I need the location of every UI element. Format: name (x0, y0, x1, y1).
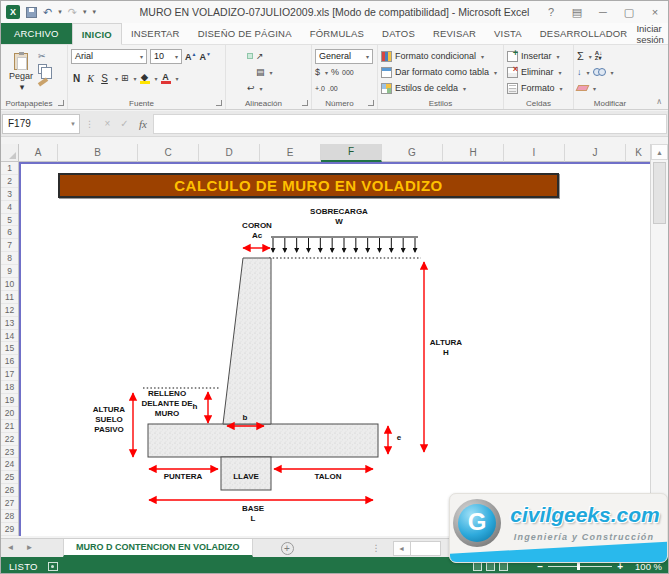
insert-cells-button[interactable]: Insertar▾ (507, 48, 570, 64)
row-header-26[interactable]: 26 (1, 484, 18, 497)
column-header-c[interactable]: C (138, 144, 199, 162)
menu-tab-inicio[interactable]: INICIO (72, 23, 122, 45)
row-header-10[interactable]: 10 (1, 278, 18, 291)
select-all-corner[interactable] (1, 144, 19, 162)
menu-tab-dise-o-de-p-gina[interactable]: DISEÑO DE PÁGINA (189, 23, 301, 44)
vertical-scroll-thumb[interactable] (653, 162, 666, 224)
collapse-ribbon-icon[interactable]: ∧ (656, 97, 662, 106)
row-header-28[interactable]: 28 (1, 510, 18, 523)
row-header-8[interactable]: 8 (1, 252, 18, 265)
row-header-23[interactable]: 23 (1, 446, 18, 459)
comma-style-icon[interactable]: 000 (342, 69, 354, 76)
column-header-d[interactable]: D (199, 144, 260, 162)
row-header-25[interactable]: 25 (1, 471, 18, 484)
minimize-button[interactable]: ─ (590, 1, 616, 23)
cut-icon[interactable]: ✂ (38, 51, 48, 61)
number-format-combo[interactable]: General▾ (315, 49, 373, 64)
menu-tab-datos[interactable]: DATOS (373, 23, 424, 44)
sign-in[interactable]: Iniciar sesión (636, 23, 669, 44)
shrink-font-icon[interactable]: A▼ (199, 51, 210, 62)
row-header-1[interactable]: 1 (1, 162, 18, 175)
format-cells-button[interactable]: Formato▾ (507, 80, 570, 96)
percent-style-icon[interactable]: % (331, 67, 339, 77)
menu-tab-desarrollador[interactable]: DESARROLLADOR (531, 23, 637, 44)
row-header-3[interactable]: 3 (1, 188, 18, 201)
row-header-24[interactable]: 24 (1, 458, 18, 471)
font-size-combo[interactable]: 10▾ (150, 49, 182, 64)
sort-filter-icon[interactable]: A↓Z▾ (595, 51, 602, 61)
sheet-nav-right-icon[interactable]: ► (20, 539, 39, 557)
row-header-22[interactable]: 22 (1, 433, 18, 446)
fill-color-icon[interactable]: ◆ (140, 73, 150, 84)
row-header-20[interactable]: 20 (1, 407, 18, 420)
ribbon-display-options-icon[interactable]: ▤ (564, 1, 590, 23)
align-middle-icon[interactable] (238, 53, 244, 59)
row-header-6[interactable]: 6 (1, 226, 18, 239)
font-color-icon[interactable]: A (161, 73, 171, 84)
insert-function-icon[interactable]: fx (133, 118, 153, 130)
column-header-f[interactable]: F (321, 144, 382, 162)
column-header-j[interactable]: J (565, 144, 626, 162)
column-header-g[interactable]: G (382, 144, 443, 162)
help-button[interactable]: ? (538, 1, 564, 23)
decrease-indent-icon[interactable] (229, 85, 235, 91)
name-box-caret-icon[interactable]: ▼ (70, 121, 76, 127)
paste-button[interactable]: Pegar ▾ (4, 48, 38, 96)
align-top-icon[interactable] (229, 53, 235, 59)
decrease-decimal-icon[interactable]: .00 (328, 85, 338, 92)
wrap-text-icon[interactable]: ↩ (247, 83, 255, 93)
column-header-e[interactable]: E (260, 144, 321, 162)
grow-font-icon[interactable]: A▲ (185, 51, 196, 62)
increase-indent-icon[interactable] (238, 85, 244, 91)
column-header-h[interactable]: H (443, 144, 504, 162)
zoom-slider-handle[interactable] (577, 563, 580, 570)
maximize-button[interactable]: ▢ (616, 1, 642, 23)
align-right-icon[interactable] (247, 69, 253, 75)
row-header-9[interactable]: 9 (1, 265, 18, 278)
row-header-4[interactable]: 4 (1, 201, 18, 214)
column-header-b[interactable]: B (58, 144, 138, 162)
horizontal-scrollbar[interactable] (411, 541, 441, 556)
column-header-a[interactable]: A (19, 144, 58, 162)
align-center-icon[interactable] (238, 69, 244, 75)
row-header-15[interactable]: 15 (1, 342, 18, 355)
row-header-29[interactable]: 29 (1, 523, 18, 536)
stem-shape[interactable] (223, 258, 271, 424)
row-header-17[interactable]: 17 (1, 368, 18, 381)
row-header-11[interactable]: 11 (1, 291, 18, 304)
row-header-7[interactable]: 7 (1, 239, 18, 252)
menu-tab-revisar[interactable]: REVISAR (424, 23, 485, 44)
row-header-18[interactable]: 18 (1, 381, 18, 394)
autosum-icon[interactable]: Σ (577, 50, 584, 62)
format-painter-icon[interactable] (38, 77, 48, 86)
format-as-table-button[interactable]: Dar formato como tabla▾ (381, 64, 500, 80)
copy-icon[interactable] (38, 64, 47, 74)
sheet-grid[interactable]: CALCULO DE MURO EN VOLADIZO (19, 162, 652, 536)
row-header-27[interactable]: 27 (1, 497, 18, 510)
row-header-13[interactable]: 13 (1, 317, 18, 330)
alignment-dialog-launcher-icon[interactable] (302, 100, 308, 106)
conditional-formatting-button[interactable]: Formato condicional▾ (381, 48, 500, 64)
clear-icon[interactable] (576, 85, 590, 91)
confirm-entry-icon[interactable]: ✓ (116, 118, 133, 129)
number-dialog-launcher-icon[interactable] (368, 100, 374, 106)
formula-input[interactable] (153, 114, 667, 134)
close-button[interactable]: × (642, 1, 668, 23)
row-header-5[interactable]: 5 (1, 214, 18, 227)
cancel-entry-icon[interactable]: × (99, 118, 116, 129)
font-name-combo[interactable]: Arial▾ (71, 49, 147, 64)
sheet-tab-active[interactable]: MURO D CONTENCION EN VOLADIZO (63, 539, 253, 557)
menu-tab-f-rmulas[interactable]: FÓRMULAS (301, 23, 373, 44)
cell-styles-button[interactable]: Estilos de celda▾ (381, 80, 500, 96)
menu-tab-insertar[interactable]: INSERTAR (122, 23, 189, 44)
name-box[interactable]: F179 ▼ (2, 114, 80, 134)
new-sheet-icon[interactable]: + (281, 542, 294, 555)
row-header-12[interactable]: 12 (1, 304, 18, 317)
row-header-2[interactable]: 2 (1, 175, 18, 188)
accounting-format-icon[interactable]: $ (315, 67, 320, 77)
macro-record-icon[interactable] (48, 562, 58, 571)
underline-button[interactable]: S (99, 73, 110, 84)
column-header-k[interactable]: K (626, 144, 652, 162)
delete-cells-button[interactable]: Eliminar▾ (507, 64, 570, 80)
find-select-icon[interactable] (593, 68, 606, 76)
